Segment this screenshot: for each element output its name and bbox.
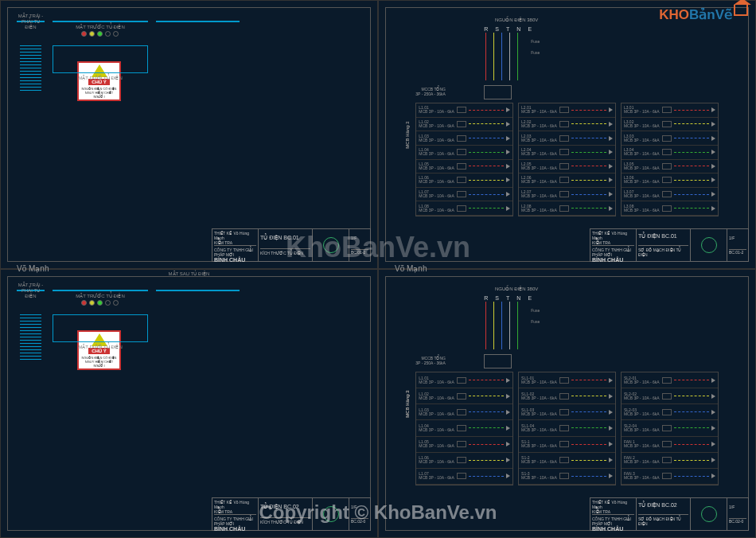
wire xyxy=(674,180,709,181)
view-label: MẶT DƯỚI TỦ ĐIỆN xyxy=(53,75,147,80)
wire xyxy=(674,138,709,138)
sheet-no: BC.01-2 xyxy=(729,249,746,255)
indicator-red-icon xyxy=(81,31,87,37)
scale: 1/F xyxy=(729,236,746,240)
wire xyxy=(674,411,709,412)
wire xyxy=(674,476,709,477)
arrow-icon xyxy=(609,107,613,112)
mcb-icon xyxy=(457,121,466,127)
mcb-icon xyxy=(559,121,569,127)
mccb-icon xyxy=(484,354,512,368)
circuit-id: L1.04MCB 3P - 10A - 6kA xyxy=(419,148,454,156)
arrow-icon xyxy=(711,164,715,169)
indicator-icon xyxy=(113,300,119,306)
wire xyxy=(571,411,606,412)
panel-br: NGUỒN ĐIỆN 380V RSTNE Fuse Fuse MCCB TỔN… xyxy=(378,269,756,538)
circuit-row: L3.05MCB 3P - 10A - 6kA xyxy=(622,160,718,174)
circuit-row: SL2-04MCB 3P - 10A - 6kA xyxy=(622,420,718,436)
cabinet-side-view: MẶT TRÁI - PHẢI TỦ ĐIỆN xyxy=(17,290,45,291)
wire xyxy=(469,411,504,412)
wire xyxy=(571,123,606,124)
wire xyxy=(674,166,709,166)
indicator-icon xyxy=(113,31,119,37)
circuit-row: L1.04MCB 3P - 10A - 6kA xyxy=(416,420,512,436)
circuit-column: MCB Hàng 3 SL2-01MCB 3P - 10A - 6kA SL2-… xyxy=(621,372,719,485)
circuit-row: SL1-02MCB 3P - 10A - 6kA xyxy=(519,388,615,404)
arrow-icon xyxy=(711,122,715,127)
arrow-icon xyxy=(609,378,613,383)
circuit-id: L1.05MCB 3P - 10A - 6kA xyxy=(419,440,454,448)
wire xyxy=(469,180,504,181)
mcb-icon xyxy=(662,377,672,384)
wire xyxy=(674,444,709,445)
circuit-row: L2.07MCB 3P - 10A - 6kA xyxy=(519,188,615,202)
circuit-columns: MCB Hàng 1 L1.01MCB 3P - 10A - 6kA L1.02… xyxy=(415,103,719,216)
arrow-icon xyxy=(711,136,715,141)
designer-row: THIẾT KẾ Võ Hùng Mạnh xyxy=(592,500,634,509)
wire xyxy=(571,460,606,461)
view-label: MẶT TRƯỚC TỦ ĐIỆN xyxy=(53,24,147,29)
arrow-icon xyxy=(609,122,613,127)
company-line: CÔNG TY TNHH GIẢI PHÁP MỚI xyxy=(592,245,634,257)
indicator-icon xyxy=(105,300,111,306)
circuit-id: SL1-01MCB 3P - 10A - 6kA xyxy=(521,376,557,384)
arrow-icon xyxy=(609,474,613,478)
titleblock: THIẾT KẾ Võ Hùng Mạnh KIỂM TRA CÔNG TY T… xyxy=(590,228,749,262)
arrow-icon xyxy=(506,426,510,431)
arrow-icon xyxy=(506,177,510,182)
designer-row: THIẾT KẾ Võ Hùng Mạnh xyxy=(214,231,256,240)
view-label: MẶT TRÁI - PHẢI TỦ ĐIỆN xyxy=(18,282,44,298)
circuit-id: L2.01MCB 3P - 10A - 6kA xyxy=(521,106,557,114)
scale: 1/F xyxy=(351,236,368,240)
circuit-row: L2.03MCB 3P - 10A - 6kA xyxy=(519,131,615,146)
mcb-icon xyxy=(662,441,672,447)
circuit-id: L2.07MCB 3P - 10A - 6kA xyxy=(521,190,557,198)
warning-text: NGUỒN ĐIỆN CÓ ĐIỆN NGUY HIỂM CHẾT NGƯỜI xyxy=(80,356,118,368)
circuit-row: S1-1MCB 3P - 10A - 6kA xyxy=(519,437,615,453)
phase-label: E xyxy=(528,295,532,301)
wire xyxy=(469,427,504,428)
circuit-row: L2.02MCB 3P - 10A - 6kA xyxy=(519,118,615,132)
author-label: Võ Mạnh xyxy=(17,264,49,273)
circuit-row: L3.08MCB 3P - 10A - 6kA xyxy=(622,201,718,216)
circuit-column: MCB Hàng 2 L2.01MCB 3P - 10A - 6kA L2.02… xyxy=(518,103,616,216)
mcb-icon xyxy=(457,377,466,384)
arrow-icon xyxy=(506,136,510,141)
circuit-row: FAN 2MCB 3P - 10A - 6kA xyxy=(622,453,718,469)
arrow-icon xyxy=(609,206,613,211)
circuit-row: S1-2MCB 3P - 10A - 6kA xyxy=(519,453,615,469)
wire xyxy=(674,427,709,428)
arrow-icon xyxy=(506,206,510,211)
mcb-icon xyxy=(559,135,569,142)
arrow-icon xyxy=(711,474,715,478)
mcb-icon xyxy=(457,425,466,431)
mcb-icon xyxy=(559,191,569,197)
titleblock: THIẾT KẾ Võ Hùng Mạnh KIỂM TRA CÔNG TY T… xyxy=(590,497,749,531)
drawing-title: TỦ ĐIỆN BC.02 xyxy=(638,502,688,509)
circuit-id: L1.04MCB 3P - 10A - 6kA xyxy=(419,424,454,432)
circuit-row: L1.07MCB 3P - 10A - 6kA xyxy=(416,469,512,485)
circuit-row: L2.06MCB 3P - 10A - 6kA xyxy=(519,173,615,188)
fuse-label: Fuse xyxy=(531,308,540,313)
mcb-icon xyxy=(559,205,569,212)
circuit-row: L1.05MCB 3P - 10A - 6kA xyxy=(416,437,512,453)
circuit-columns: MCB Hàng 1 L1.01MCB 3P - 10A - 6kA L1.02… xyxy=(415,372,719,485)
circuit-id: SL2-03MCB 3P - 10A - 6kA xyxy=(624,408,660,416)
arrow-icon xyxy=(506,150,510,154)
arrow-icon xyxy=(711,150,715,154)
arrow-icon xyxy=(711,107,715,112)
company-line: CÔNG TY TNHH GIẢI PHÁP MỚI xyxy=(214,514,256,526)
arrow-icon xyxy=(609,192,613,197)
circuit-id: SL1-04MCB 3P - 10A - 6kA xyxy=(521,424,557,432)
phase-label: N xyxy=(516,26,520,32)
author-label: Võ Mạnh xyxy=(395,264,427,273)
drawing-title: TỦ ĐIỆN BC.01 xyxy=(638,233,688,240)
drawing-grid: MẶT TRÁI - PHẢI TỦ ĐIỆN CHÚ Ý NGUỒN ĐIỆN… xyxy=(0,0,756,538)
wire xyxy=(469,123,504,124)
wire xyxy=(571,166,606,166)
company-name: BÌNH CHÂU xyxy=(592,526,634,532)
scale: 1/F xyxy=(729,505,746,509)
mcb-icon xyxy=(662,163,672,170)
mcb-icon xyxy=(457,191,466,197)
phase-label: T xyxy=(506,26,509,32)
